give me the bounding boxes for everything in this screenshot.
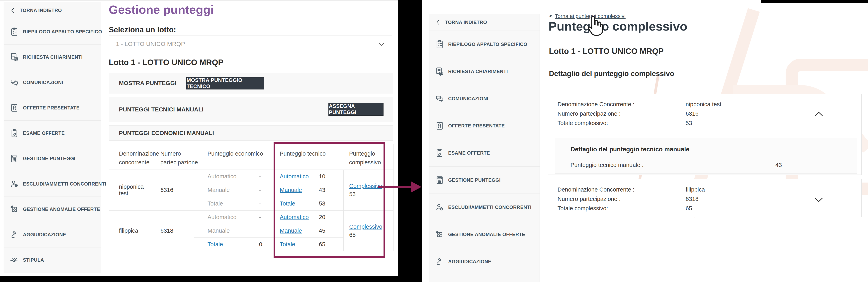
overall-score-link[interactable]: Complessivo — [349, 224, 382, 230]
technical-auto-link[interactable]: Automatico — [280, 214, 309, 220]
sidebar-item-label: RICHIESTA CHIARIMENTI — [23, 54, 83, 60]
sidebar-item-gestione-anomalie[interactable]: GESTIONE ANOMALIE OFFERTE — [4, 197, 101, 222]
field-value: 43 — [775, 162, 782, 168]
field-label: Denominazione Concorrente : — [558, 101, 686, 107]
sidebar-item-offerte-presentate[interactable]: OFFERTE PRESENTATE — [4, 95, 101, 121]
clipboard-list-icon — [10, 27, 19, 36]
show-scores-card: MOSTRA PUNTEGGI MOSTRA PUNTEGGIO TECNICO — [109, 73, 393, 93]
overall-score-cell: Complessivo65 — [344, 210, 394, 251]
lot-heading: Lotto 1 - LOTTO UNICO MRQP — [549, 47, 664, 56]
sidebar-item-label: ESAME OFFERTE — [448, 150, 490, 156]
sidebar-item-label: GESTIONE ANOMALIE OFFERTE — [23, 206, 100, 212]
gavel-icon — [435, 257, 444, 266]
clipboard-pen-icon — [435, 148, 444, 158]
chat-bubbles-icon — [10, 78, 19, 87]
table-row: filippica 6318 Automatico- Automatico20 … — [109, 210, 394, 224]
sidebar-item-aggiudicazione[interactable]: AGGIUDICAZIONE — [4, 222, 101, 248]
sidebar-item-escludi-ammetti[interactable]: ESCLUDI/AMMETTI CONCORRENTI — [4, 171, 101, 197]
sidebar-item-offerte-presentate[interactable]: OFFERTE PRESENTATE — [429, 112, 540, 139]
sidebar-item-label: RIEPILOGO APPALTO SPECIFICO — [448, 41, 527, 47]
sidebar-item-aggiudicazione[interactable]: AGGIUDICAZIONE — [429, 248, 540, 275]
economic-auto-value: - — [259, 214, 261, 220]
economic-auto-label: Automatico — [208, 214, 259, 221]
sidebar-item-label: STIPULA — [23, 257, 44, 263]
economic-auto-value: - — [259, 173, 261, 179]
lot-select-value: 1 - LOTTO UNICO MRQP — [116, 40, 185, 47]
sidebar-item-gestione-punteggi[interactable]: GESTIONE PUNTEGGI — [4, 146, 101, 171]
sidebar-item-label: AGGIUDICAZIONE — [448, 259, 491, 264]
technical-scores-card: PUNTEGGI TECNICI MANUALI ASSEGNA PUNTEGG… — [109, 97, 393, 122]
technical-total-link[interactable]: Totale — [280, 241, 295, 248]
expand-card-button[interactable] — [814, 197, 823, 203]
sidebar-item-escludi-ammetti[interactable]: ESCLUDI/AMMETTI CONCORRENTI — [429, 194, 540, 221]
sidebar-item-riepilogo[interactable]: RIEPILOGO APPALTO SPECIFICO — [4, 19, 101, 45]
sidebar-item-gestione-punteggi[interactable]: GESTIONE PUNTEGGI — [429, 167, 540, 194]
document-request-icon — [10, 53, 19, 62]
sidebar-item-richiesta-chiarimenti[interactable]: RICHIESTA CHIARIMENTI — [4, 45, 101, 70]
sidebar-item-comunicazioni[interactable]: COMUNICAZIONI — [4, 70, 101, 95]
technical-auto-value: 20 — [319, 214, 325, 220]
offer-document-icon — [435, 121, 444, 131]
top-black-strip — [761, 0, 868, 3]
top-divider — [0, 0, 398, 1]
sidebar-item-label: RICHIESTA CHIARIMENTI — [448, 69, 508, 74]
sidebar-item-comunicazioni[interactable]: COMUNICAZIONI — [429, 85, 540, 112]
sidebar-item-stipula[interactable]: STIPULA — [429, 275, 540, 282]
economic-manual-value: - — [259, 227, 261, 234]
chevron-down-icon — [378, 43, 384, 46]
economic-total-value: 0 — [259, 241, 262, 248]
sidebar-item-label: OFFERTE PRESENTATE — [448, 123, 505, 129]
sidebar-item-gestione-anomalie[interactable]: GESTIONE ANOMALIE OFFERTE — [429, 221, 540, 248]
technical-total-link[interactable]: Totale — [280, 200, 295, 207]
back-chevron-icon — [435, 19, 441, 25]
technical-total-value: 65 — [319, 241, 325, 248]
economic-scores-label: PUNTEGGI ECONOMICI MANUALI — [119, 130, 214, 136]
assign-scores-button[interactable]: ASSEGNA PUNTEGGI — [329, 103, 383, 116]
sidebar-item-label: COMUNICAZIONI — [23, 80, 63, 85]
field-value: 53 — [686, 120, 721, 126]
annotation-arrow-head — [411, 181, 422, 193]
field-value: nipponica test — [686, 101, 721, 107]
technical-manual-link[interactable]: Manuale — [280, 227, 302, 234]
sidebar-item-label: ESAME OFFERTE — [23, 131, 65, 136]
technical-auto-link[interactable]: Automatico — [280, 173, 309, 179]
sidebar-item-stipula[interactable]: STIPULA — [4, 248, 101, 273]
lot-select-label: Seleziona un lotto: — [109, 26, 176, 34]
sidebar-item-esame-offerte[interactable]: ESAME OFFERTE — [429, 139, 540, 167]
section-heading: Dettaglio del punteggio complessivo — [549, 69, 674, 78]
economic-total-value: - — [259, 200, 261, 207]
offer-document-icon — [10, 103, 19, 112]
anomaly-grid-icon — [435, 230, 444, 239]
document-request-icon — [435, 67, 444, 76]
economic-total-label: Totale — [208, 200, 259, 207]
sidebar-item-esame-offerte[interactable]: ESAME OFFERTE — [4, 121, 101, 146]
economic-total-link[interactable]: Totale — [208, 241, 223, 248]
overall-score-link[interactable]: Complessivo — [349, 183, 382, 189]
show-technical-score-button[interactable]: MOSTRA PUNTEGGIO TECNICO — [186, 77, 264, 89]
sidebar-item-riepilogo[interactable]: RIEPILOGO APPALTO SPECIFICO — [429, 31, 540, 58]
collapse-card-button[interactable] — [814, 111, 823, 117]
sidebar-back-button[interactable]: TORNA INDIETRO — [429, 14, 540, 31]
sidebar-item-richiesta-chiarimenti[interactable]: RICHIESTA CHIARIMENTI — [429, 58, 540, 85]
competitor-card: Denominazione Concorrente :nipponica tes… — [548, 94, 862, 175]
technical-manual-link[interactable]: Manuale — [280, 187, 302, 193]
handshake-icon — [10, 255, 19, 264]
economic-manual-label: Manuale — [208, 227, 259, 234]
field-label: Totale complessivo: — [558, 120, 686, 126]
technical-auto-value: 10 — [319, 173, 325, 179]
lot-heading: Lotto 1 - LOTTO UNICO MRQP — [109, 58, 223, 67]
sidebar-item-label: RIEPILOGO APPALTO SPECIFICO — [23, 29, 102, 34]
clipboard-pen-icon — [10, 129, 19, 138]
sidebar-item-label: GESTIONE ANOMALIE OFFERTE — [448, 232, 525, 237]
chevron-down-icon — [814, 197, 823, 202]
lot-select[interactable]: 1 - LOTTO UNICO MRQP — [109, 35, 392, 52]
field-label: Numero partecipazione : — [558, 111, 686, 117]
technical-total-value: 53 — [319, 200, 325, 207]
user-exclude-icon — [10, 179, 19, 189]
show-scores-label[interactable]: MOSTRA PUNTEGGI — [119, 80, 177, 86]
sidebar-back-button[interactable]: TORNA INDIETRO — [4, 2, 101, 19]
overall-score-value: 53 — [349, 191, 393, 198]
calculator-icon — [10, 154, 19, 163]
left-app-window: TORNA INDIETRO RIEPILOGO APPALTO SPECIFI… — [0, 0, 398, 276]
overall-score-cell: Complessivo53 — [344, 170, 394, 210]
